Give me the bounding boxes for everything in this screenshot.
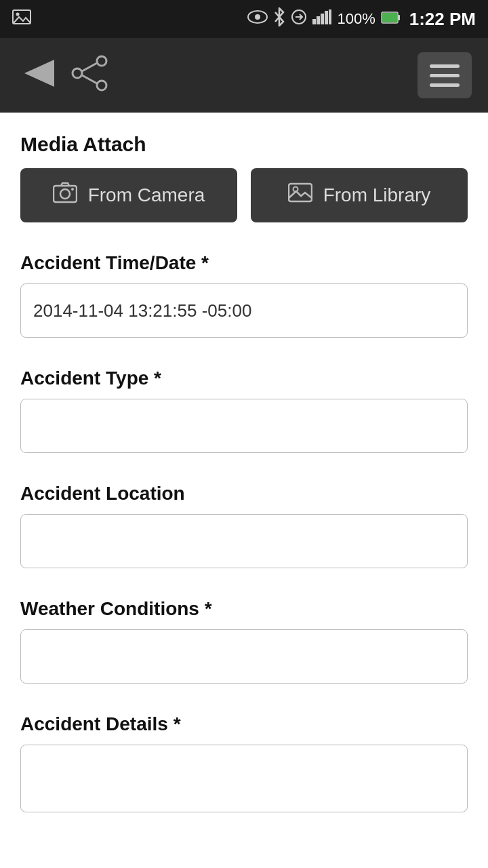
eye-icon xyxy=(247,10,268,28)
from-library-label: From Library xyxy=(323,184,431,206)
accident-location-label: Accident Location xyxy=(20,483,468,505)
accident-type-label: Accident Type * xyxy=(20,368,468,389)
battery-text: 100% xyxy=(337,10,375,28)
bluetooth-icon xyxy=(273,7,285,31)
notification-icon xyxy=(12,8,31,30)
svg-point-15 xyxy=(73,68,82,78)
accident-time-input[interactable] xyxy=(20,283,468,338)
share-icon xyxy=(291,8,307,30)
status-left xyxy=(12,8,31,30)
from-camera-button[interactable]: From Camera xyxy=(20,168,237,222)
svg-rect-7 xyxy=(317,16,320,24)
svg-rect-8 xyxy=(321,14,324,24)
accident-location-group: Accident Location xyxy=(20,483,468,568)
accident-type-input[interactable] xyxy=(20,399,468,453)
weather-conditions-group: Weather Conditions * xyxy=(20,598,468,684)
camera-icon xyxy=(53,182,77,209)
accident-type-group: Accident Type * xyxy=(20,368,468,453)
hamburger-line-2 xyxy=(430,74,460,77)
svg-line-19 xyxy=(82,75,97,83)
svg-line-18 xyxy=(82,63,97,71)
status-right: 100% 1:22 PM xyxy=(247,7,476,31)
weather-conditions-input[interactable] xyxy=(20,629,468,684)
media-attach-label: Media Attach xyxy=(20,133,468,156)
svg-point-16 xyxy=(97,56,106,66)
media-buttons-row: From Camera From Library xyxy=(20,168,468,222)
svg-rect-10 xyxy=(329,9,331,24)
svg-point-21 xyxy=(60,189,70,199)
media-attach-section: Media Attach From Camera xyxy=(20,133,468,222)
image-icon xyxy=(288,182,312,209)
hamburger-line-1 xyxy=(430,64,460,68)
menu-button[interactable] xyxy=(418,52,472,98)
svg-rect-6 xyxy=(312,19,316,24)
accident-time-label: Accident Time/Date * xyxy=(20,252,468,274)
svg-marker-14 xyxy=(24,60,54,87)
svg-point-17 xyxy=(97,81,106,90)
svg-point-1 xyxy=(16,13,20,16)
status-time: 1:22 PM xyxy=(409,9,476,30)
weather-conditions-label: Weather Conditions * xyxy=(20,598,468,620)
battery-icon xyxy=(381,10,400,28)
main-content: Media Attach From Camera xyxy=(0,113,488,868)
back-button[interactable] xyxy=(16,57,54,94)
accident-time-group: Accident Time/Date * xyxy=(20,252,468,338)
svg-rect-12 xyxy=(398,15,400,20)
accident-details-label: Accident Details * xyxy=(20,713,468,735)
svg-rect-13 xyxy=(382,13,397,22)
from-camera-label: From Camera xyxy=(88,184,205,206)
svg-rect-9 xyxy=(325,11,328,24)
svg-rect-23 xyxy=(289,184,312,201)
from-library-button[interactable]: From Library xyxy=(251,168,468,222)
accident-location-input[interactable] xyxy=(20,514,468,568)
accident-details-group: Accident Details * xyxy=(20,713,468,812)
share-network-icon[interactable] xyxy=(70,54,108,97)
svg-point-22 xyxy=(71,188,74,191)
nav-bar xyxy=(0,38,488,113)
svg-point-3 xyxy=(255,14,260,20)
status-bar: 100% 1:22 PM xyxy=(0,0,488,38)
hamburger-line-3 xyxy=(430,83,460,87)
accident-details-input[interactable] xyxy=(20,745,468,812)
nav-left xyxy=(16,54,108,97)
signal-icon xyxy=(312,9,331,28)
